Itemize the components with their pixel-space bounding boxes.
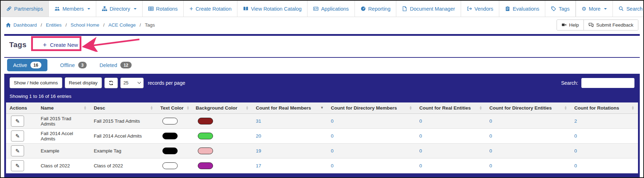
help-button[interactable]: Help <box>557 20 583 30</box>
breadcrumb-ace-college[interactable]: ACE College <box>108 22 136 28</box>
sort-icon[interactable]: ▲▼ <box>406 106 412 110</box>
nav-item-tags[interactable]: Tags <box>545 1 576 17</box>
count-real-entities-link[interactable]: 0 <box>419 148 422 154</box>
count-rotations-link[interactable]: 0 <box>574 133 577 139</box>
text-color-swatch <box>162 133 178 139</box>
count-rotations-link[interactable]: 0 <box>574 148 577 154</box>
col-header-count-directory-entities[interactable]: Count for Directory Entities▲▼ <box>486 102 571 114</box>
tab-active[interactable]: Active 16 <box>7 59 47 71</box>
edit-tag-button[interactable]: ✎ <box>11 160 24 171</box>
count-directory-entities-link[interactable]: 0 <box>489 163 492 168</box>
tab-deleted[interactable]: Deleted 12 <box>99 59 131 71</box>
col-header-text-color[interactable]: Text Color▲▼ <box>157 102 192 114</box>
col-header-count-real-members[interactable]: Count for Real Members▼ <box>252 102 327 114</box>
count-directory-members-link[interactable]: 0 <box>331 163 334 168</box>
id-card-icon <box>313 6 318 11</box>
table-row: ✎ Example Example Tag 19 0 0 0 0 <box>6 144 638 158</box>
count-real-entities-link[interactable]: 0 <box>419 163 422 168</box>
nav-item-rotations[interactable]: Rotations <box>143 1 184 17</box>
background-color-swatch <box>198 148 213 154</box>
page-size-select[interactable]: 25 <box>120 78 144 88</box>
nav-item-more[interactable]: ⚙ More <box>576 1 613 17</box>
sort-icon[interactable]: ▲▼ <box>476 106 482 110</box>
nav-item-vendors[interactable]: Vendors <box>461 1 499 17</box>
sitemap-icon <box>102 6 107 11</box>
count-directory-entities-link[interactable]: 0 <box>489 133 492 139</box>
tag-name: Class of 2022 <box>37 158 90 173</box>
breadcrumb-dashboard[interactable]: Dashboard <box>6 22 37 28</box>
reset-display-button[interactable]: Reset display <box>65 77 102 88</box>
app-window: { "colors": { "navy": "#272484", "link_b… <box>0 0 644 178</box>
col-header-count-rotations[interactable]: Count for Rotations▲▼ <box>571 102 638 114</box>
nav-item-directory[interactable]: Directory <box>96 1 143 17</box>
col-header-name[interactable]: Name▲▼ <box>37 102 90 114</box>
show-hide-columns-button[interactable]: Show / hide columns <box>10 77 62 88</box>
page-header: Tags + Create New <box>4 36 640 58</box>
sort-icon[interactable]: ▲▼ <box>628 106 634 110</box>
refresh-button[interactable] <box>104 78 118 88</box>
sort-icon[interactable]: ▲▼ <box>184 106 190 110</box>
clipboard-icon <box>505 6 510 11</box>
nav-item-create-rotation[interactable]: + Create Rotation <box>184 1 237 17</box>
nav-label: View Rotation Catalog <box>251 6 301 12</box>
tab-offline[interactable]: Offline 3 <box>60 59 87 71</box>
edit-tag-button[interactable]: ✎ <box>11 116 24 127</box>
create-new-button[interactable]: + Create New <box>43 41 78 48</box>
showing-entries-text: Showing 1 to 16 of 16 entries <box>6 91 638 102</box>
count-directory-entities-link[interactable]: 0 <box>489 118 492 124</box>
nav-label: Tags <box>559 6 570 12</box>
header-actions-group: Help Submit Feedback <box>557 20 638 30</box>
sort-icon[interactable]: ▼ <box>317 107 324 109</box>
sort-icon[interactable]: ▲▼ <box>81 106 87 110</box>
count-real-entities-link[interactable]: 0 <box>419 133 422 139</box>
edit-tag-button[interactable]: ✎ <box>11 145 24 156</box>
sort-icon[interactable]: ▲▼ <box>147 106 153 110</box>
help-video-icon <box>562 22 567 27</box>
count-directory-members-link[interactable]: 0 <box>331 133 334 139</box>
count-rotations-link[interactable]: 0 <box>574 163 577 168</box>
edit-tag-button[interactable]: ✎ <box>11 130 24 141</box>
nav-item-reporting[interactable]: Reporting <box>355 1 397 17</box>
nav-item-members[interactable]: Members <box>49 1 96 17</box>
nav-item-evaluations[interactable]: Evaluations <box>499 1 545 17</box>
home-icon <box>6 22 11 28</box>
comments-icon <box>588 22 594 28</box>
gear-icon: ⚙ <box>582 6 586 11</box>
table-toolbar: Show / hide columns Reset display 25 rec… <box>6 76 638 91</box>
sort-icon[interactable]: ▲▼ <box>243 106 249 110</box>
nav-label: Reporting <box>368 6 391 12</box>
count-real-members-link[interactable]: 20 <box>256 133 261 139</box>
count-directory-members-link[interactable]: 0 <box>331 148 334 154</box>
search-input[interactable] <box>581 78 634 88</box>
col-header-background-color[interactable]: Background Color▲▼ <box>192 102 252 114</box>
col-header-count-directory-members[interactable]: Count for Directory Members▲▼ <box>327 102 416 114</box>
count-directory-entities-link[interactable]: 0 <box>489 148 492 154</box>
col-header-desc[interactable]: Desc▲▼ <box>90 102 157 114</box>
nav-item-applications[interactable]: Applications <box>307 1 355 17</box>
nav-item-search[interactable]: Search <box>613 1 644 17</box>
submit-feedback-button[interactable]: Submit Feedback <box>583 20 638 30</box>
count-real-entities-link[interactable]: 0 <box>419 118 422 124</box>
chevron-down-icon <box>134 8 137 10</box>
col-header-count-real-entities[interactable]: Count for Real Entities▲▼ <box>416 102 486 114</box>
count-rotations-link[interactable]: 2 <box>574 118 577 124</box>
breadcrumb-school-home[interactable]: School Home <box>71 22 99 28</box>
count-real-members-link[interactable]: 19 <box>256 148 261 154</box>
sort-icon[interactable]: ▲▼ <box>561 106 567 110</box>
nav-label: More <box>589 6 600 12</box>
nav-item-partnerships[interactable]: Partnerships <box>1 1 49 17</box>
tag-name: Fall 2015 Trad Admits <box>37 114 90 129</box>
nav-item-document-manager[interactable]: Document Manager <box>396 1 461 17</box>
breadcrumb-current: Tags <box>145 22 155 28</box>
table-row: ✎ Fall 2015 Trad Admits Fall 2015 Trad A… <box>6 114 638 129</box>
count-real-members-link[interactable]: 31 <box>256 118 261 124</box>
table-search: Search: <box>561 78 634 88</box>
count-directory-members-link[interactable]: 0 <box>331 118 334 124</box>
breadcrumb-entities[interactable]: Entities <box>46 22 62 28</box>
nav-item-view-rotation-catalog[interactable]: View Rotation Catalog <box>237 1 307 17</box>
count-real-members-link[interactable]: 17 <box>256 163 261 168</box>
search-label: Search: <box>561 80 578 86</box>
file-icon <box>402 6 407 11</box>
nav-label: Document Manager <box>410 6 455 12</box>
tag-desc: Example Tag <box>90 144 157 158</box>
